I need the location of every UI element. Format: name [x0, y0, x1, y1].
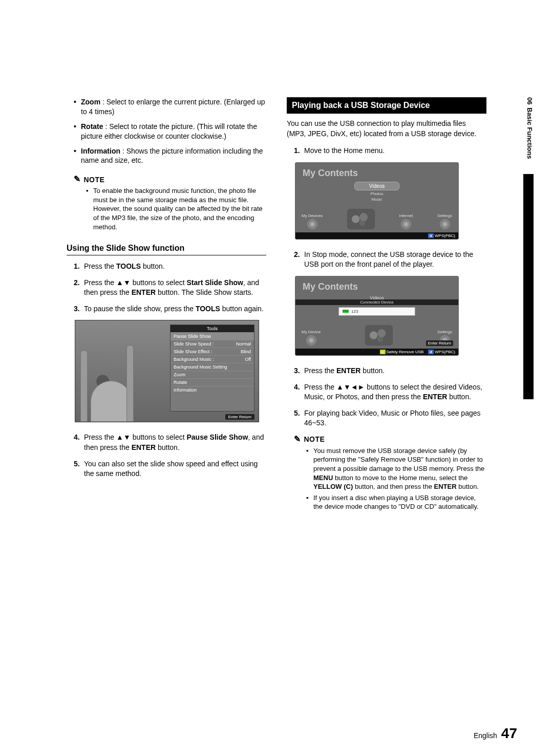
osd-dock-my-device[interactable]: My Device [302, 330, 321, 345]
minaret-right [126, 345, 134, 422]
hint-tag-c: c [380, 350, 385, 354]
minaret-left [80, 350, 88, 422]
step-item: Press the ▲▼◄► buttons to select the des… [294, 382, 486, 402]
note-heading: ✎ NOTE [294, 435, 486, 444]
tools-row-pause[interactable]: Pause Slide Show [171, 332, 254, 340]
osd-connected-device: My Contents Videos Connected Device 123 … [295, 276, 459, 356]
tools-row-speed[interactable]: Slide Show Speed :Normal [171, 340, 254, 348]
tools-row-rotate[interactable]: Rotate [171, 378, 254, 386]
building-dome [91, 381, 132, 422]
gears-icon [347, 209, 375, 229]
note-item: To enable the background music function,… [86, 186, 266, 231]
tools-panel-footer: Enter Return [225, 414, 254, 420]
usb-steps-2: In Stop mode, connect the USB storage de… [287, 250, 486, 270]
step-item: You can also set the slide show speed an… [74, 459, 266, 479]
page-footer: English 47 [474, 725, 517, 742]
step-item: For playing back Video, Music or Photo f… [294, 408, 486, 428]
gears-icon [365, 325, 393, 345]
osd-home-menu: My Contents Videos Photos Music My Devic… [295, 162, 459, 240]
footer-page-number: 47 [501, 725, 517, 742]
step-item: Press the TOOLS button. [74, 262, 266, 272]
osd-dock-settings[interactable]: Settings [437, 213, 452, 229]
hint-text: WPS(PBC) [435, 233, 455, 238]
usb-icon [342, 309, 349, 313]
tools-row-info[interactable]: Information [171, 386, 254, 394]
slide-show-steps-b: Press the ▲▼ buttons to select Pause Sli… [67, 433, 266, 479]
section-heading-usb: Playing back a USB Storage Device [287, 97, 486, 114]
note-list: To enable the background music function,… [67, 186, 266, 231]
osd-mini-hints: Enter Return [426, 340, 453, 346]
tools-row-bgmusic-setting[interactable]: Background Music Setting [171, 363, 254, 371]
chapter-side-tab: 06 Basic Functions [526, 97, 534, 159]
usb-steps-1: Move to the Home menu. [287, 146, 486, 156]
osd-title: My Contents [295, 276, 458, 295]
osd-tab-music[interactable]: Music [372, 197, 382, 202]
disc-icon [307, 219, 317, 229]
tools-panel: Tools Pause Slide Show Slide Show Speed … [170, 325, 254, 412]
tools-row-bgmusic[interactable]: Background Music :Off [171, 355, 254, 363]
bullet-zoom: Zoom : Select to enlarge the current pic… [74, 97, 266, 117]
osd-tab-photos[interactable]: Photos [371, 191, 384, 196]
bullet-rotate: Rotate : Select to rotate the picture. (… [74, 122, 266, 141]
slide-show-steps-a: Press the TOOLS button. Press the ▲▼ but… [67, 262, 266, 314]
gear-icon [440, 219, 450, 229]
note-icon: ✎ [74, 174, 81, 184]
step-item: Move to the Home menu. [294, 146, 486, 156]
osd-dock-my-devices[interactable]: My Devices [302, 213, 323, 229]
globe-icon [401, 219, 411, 229]
osd-title: My Contents [295, 163, 458, 182]
disc-icon [306, 335, 316, 345]
tools-row-zoom[interactable]: Zoom [171, 371, 254, 378]
chapter-title: Basic Functions [526, 107, 534, 159]
tools-menu-screenshot: Tools Pause Slide Show Slide Show Speed … [75, 320, 259, 422]
note-heading: ✎ NOTE [74, 175, 266, 184]
step-item: Press the ▲▼ buttons to select Pause Sli… [74, 433, 266, 452]
step-item: Press the ENTER button. [294, 366, 486, 376]
footer-language: English [474, 731, 497, 740]
side-thumb-index [523, 174, 534, 399]
hint-tag-d: d [428, 350, 434, 354]
usb-steps-3: Press the ENTER button. Press the ▲▼◄► b… [287, 366, 486, 428]
note-icon: ✎ [294, 434, 301, 444]
note-label-text: NOTE [304, 435, 325, 443]
feature-bullet-list: Zoom : Select to enlarge the current pic… [67, 97, 266, 165]
osd-dock-label: My Device [302, 330, 321, 334]
step-item: In Stop mode, connect the USB storage de… [294, 250, 486, 270]
osd-dock-gears [347, 209, 375, 229]
osd-dock-gears [365, 325, 393, 345]
step-item: Press the ▲▼ buttons to select Start Sli… [74, 278, 266, 298]
note-label-text: NOTE [84, 176, 105, 184]
osd-device-label: 123 [351, 309, 358, 314]
osd-dock-internet[interactable]: Internet [399, 213, 413, 229]
note-item: If you insert a disc when playing a USB … [306, 493, 486, 511]
hint-tag-d: d [428, 233, 434, 238]
chapter-number: 06 [526, 97, 534, 104]
osd-dock-label: My Devices [302, 213, 323, 218]
osd-connected-strip: Connected Device [295, 299, 458, 305]
tools-row-effect[interactable]: Slide Show Effect :Blind [171, 348, 254, 355]
note-item: You must remove the USB storage device s… [306, 446, 486, 491]
osd-dock-label: Internet [399, 213, 413, 218]
osd-dock: My Devices Internet Settings [295, 209, 458, 232]
usb-intro-text: You can use the USB connection to play m… [287, 119, 486, 139]
bullet-information: Information : Shows the picture informat… [74, 146, 266, 166]
osd-dock-label: Settings [437, 213, 452, 218]
osd-category-tabs: Videos Photos Music [295, 182, 458, 202]
osd-dock-label: Settings [437, 330, 452, 334]
subheading-slide-show: Using the Slide Show function [67, 244, 266, 255]
left-column: Zoom : Select to enlarge the current pic… [67, 97, 266, 524]
osd-hint-bar: dWPS(PBC) [295, 232, 458, 239]
note-list-usb: You must remove the USB storage device s… [287, 446, 486, 511]
step-item: To pause the slide show, press the TOOLS… [74, 304, 266, 314]
osd-device-item[interactable]: 123 [338, 307, 415, 316]
tools-panel-header: Tools [171, 325, 254, 332]
hint-wps: WPS(PBC) [435, 350, 455, 354]
osd-tab-videos[interactable]: Videos [354, 182, 399, 190]
hint-safely-remove: Safely Remove USB [387, 350, 424, 354]
right-column: Playing back a USB Storage Device You ca… [287, 97, 486, 524]
osd-hint-bar: cSafely Remove USB dWPS(PBC) [295, 349, 458, 355]
